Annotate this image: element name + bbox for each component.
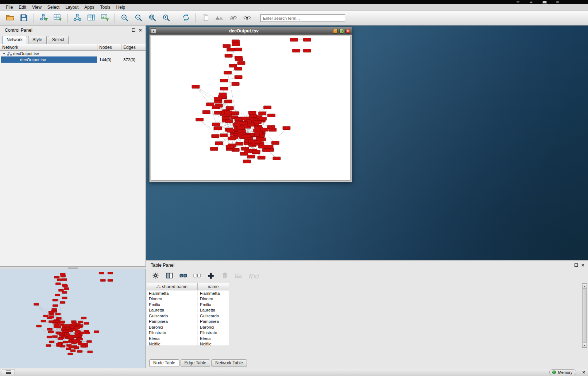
cell-name[interactable]: Dioneo: [198, 297, 229, 301]
import-table-button[interactable]: [51, 12, 64, 24]
select-all-button[interactable]: [179, 271, 187, 281]
status-menu-button[interactable]: [2, 369, 15, 375]
table-row[interactable]: BaronciBaronci: [147, 324, 229, 330]
save-session-button[interactable]: [18, 12, 30, 24]
menu-edit[interactable]: Edit: [16, 5, 29, 10]
column-visibility-button[interactable]: [165, 271, 173, 281]
column-header-edges[interactable]: Edges: [121, 44, 146, 50]
table-row[interactable]: EmiliaEmilia: [147, 302, 229, 308]
cell-shared-name[interactable]: Guiscardo: [147, 314, 198, 318]
scroll-up-icon[interactable]: ▲: [582, 283, 587, 289]
cell-shared-name[interactable]: Emilia: [147, 302, 198, 307]
cell-name[interactable]: Lauretta: [198, 308, 229, 312]
tab-select[interactable]: Select: [48, 36, 69, 44]
import-network-button[interactable]: [37, 12, 50, 24]
cell-name[interactable]: Elena: [198, 336, 229, 341]
table-settings-button[interactable]: [151, 271, 159, 281]
window-menu-button[interactable]: ▾: [151, 28, 156, 34]
memory-button[interactable]: Memory: [549, 369, 577, 375]
function-builder-button[interactable]: f(x): [248, 271, 258, 281]
cell-shared-name[interactable]: Elena: [147, 336, 198, 341]
search-input[interactable]: [260, 14, 345, 22]
tab-style[interactable]: Style: [28, 36, 47, 44]
cell-shared-name[interactable]: Filostrato: [147, 330, 198, 335]
table-row[interactable]: NeifileNeifile: [147, 341, 229, 346]
menu-file[interactable]: File: [3, 5, 16, 10]
cell-shared-name[interactable]: Lauretta: [147, 308, 198, 312]
status-close-icon[interactable]: ×: [582, 369, 585, 375]
scrollbar-thumb[interactable]: [582, 289, 587, 342]
cell-shared-name[interactable]: Dioneo: [147, 297, 198, 301]
name-column-header[interactable]: name: [198, 283, 229, 290]
scroll-down-icon[interactable]: ▼: [582, 342, 587, 348]
window-maximize-button[interactable]: [339, 29, 344, 34]
network-graph[interactable]: [151, 36, 351, 181]
table-row[interactable]: PampineaPampinea: [147, 319, 229, 325]
network-row[interactable]: decOutput.tsv 144(0) 372(0): [0, 56, 146, 63]
tree-expander-icon[interactable]: ▼: [3, 52, 7, 55]
new-table-button[interactable]: [85, 12, 97, 24]
network-window-titlebar[interactable]: ▾ decOutput.tsv – ×: [150, 27, 352, 35]
zoom-out-button[interactable]: [132, 12, 145, 24]
menu-view[interactable]: View: [29, 5, 45, 10]
cell-name[interactable]: Fiammetta: [198, 291, 229, 295]
network-collection-row[interactable]: ▼ decOutput.tsv: [0, 51, 146, 56]
tray-status-icon[interactable]: [556, 1, 559, 3]
menu-select[interactable]: Select: [45, 5, 62, 10]
zoom-selected-button[interactable]: [160, 12, 173, 24]
birdseye-view-button[interactable]: [213, 12, 226, 24]
cell-name[interactable]: Baronci: [198, 325, 229, 329]
menu-layout[interactable]: Layout: [62, 5, 81, 10]
cell-name[interactable]: Guiscardo: [198, 314, 229, 318]
window-minimize-button[interactable]: –: [333, 29, 338, 34]
show-graphics-details-button[interactable]: [241, 12, 254, 24]
edit-table-button[interactable]: [235, 271, 243, 281]
deselect-all-button[interactable]: [193, 271, 201, 281]
birdseye-overview-panel[interactable]: [0, 269, 146, 368]
float-table-panel-icon[interactable]: [575, 263, 578, 267]
export-image-button[interactable]: [98, 12, 111, 24]
cell-shared-name[interactable]: Pampinea: [147, 319, 198, 324]
cell-name[interactable]: Emilia: [198, 302, 229, 307]
table-row[interactable]: FilostratoFilostrato: [147, 330, 229, 336]
zoom-in-button[interactable]: [118, 12, 131, 24]
column-header-nodes[interactable]: Nodes: [97, 44, 121, 50]
table-scrollbar[interactable]: ▲ ▼: [582, 283, 587, 348]
apply-layout-button[interactable]: [179, 12, 192, 24]
close-panel-icon[interactable]: ×: [139, 28, 142, 33]
tab-edge-table[interactable]: Edge Table: [181, 359, 210, 367]
table-row[interactable]: LaurettaLauretta: [147, 308, 229, 313]
cell-shared-name[interactable]: Neifile: [147, 342, 198, 345]
column-header-network[interactable]: Network: [0, 45, 97, 50]
table-row[interactable]: FiammettaFiammetta: [147, 290, 229, 296]
table-row[interactable]: DioneoDioneo: [147, 296, 229, 302]
delete-column-button[interactable]: [221, 271, 229, 281]
tab-network-table[interactable]: Network Table: [211, 359, 247, 367]
tab-node-table[interactable]: Node Table: [149, 359, 179, 367]
cell-name[interactable]: Filostrato: [198, 330, 229, 335]
tray-mail-icon[interactable]: [542, 1, 547, 4]
window-close-button[interactable]: ×: [345, 29, 350, 34]
cell-shared-name[interactable]: Baronci: [147, 325, 198, 329]
network-window[interactable]: ▾ decOutput.tsv – ×: [149, 27, 352, 182]
network-row-name[interactable]: decOutput.tsv: [1, 56, 97, 63]
float-panel-icon[interactable]: [132, 28, 135, 32]
menu-tools[interactable]: Tools: [97, 5, 113, 10]
tab-network[interactable]: Network: [2, 36, 27, 44]
menu-apps[interactable]: Apps: [81, 5, 97, 10]
table-row[interactable]: GuiscardoGuiscardo: [147, 313, 229, 319]
cell-name[interactable]: Pampinea: [198, 319, 229, 324]
cell-name[interactable]: Neifile: [198, 342, 229, 345]
zoom-fit-button[interactable]: [146, 12, 159, 24]
tray-arrow-up-icon[interactable]: [529, 1, 533, 3]
new-network-button[interactable]: [71, 12, 84, 24]
tray-arrow-down-icon[interactable]: [516, 1, 520, 3]
new-column-button[interactable]: [207, 271, 215, 281]
hide-graphics-details-button[interactable]: [227, 12, 240, 24]
network-canvas[interactable]: [151, 36, 351, 181]
panel-splitter[interactable]: [0, 266, 146, 269]
cell-shared-name[interactable]: Fiammetta: [147, 291, 198, 295]
close-table-panel-icon[interactable]: ×: [581, 263, 584, 268]
open-session-button[interactable]: [4, 12, 16, 24]
node-table[interactable]: shared name name FiammettaFiammettaDione…: [147, 283, 229, 345]
